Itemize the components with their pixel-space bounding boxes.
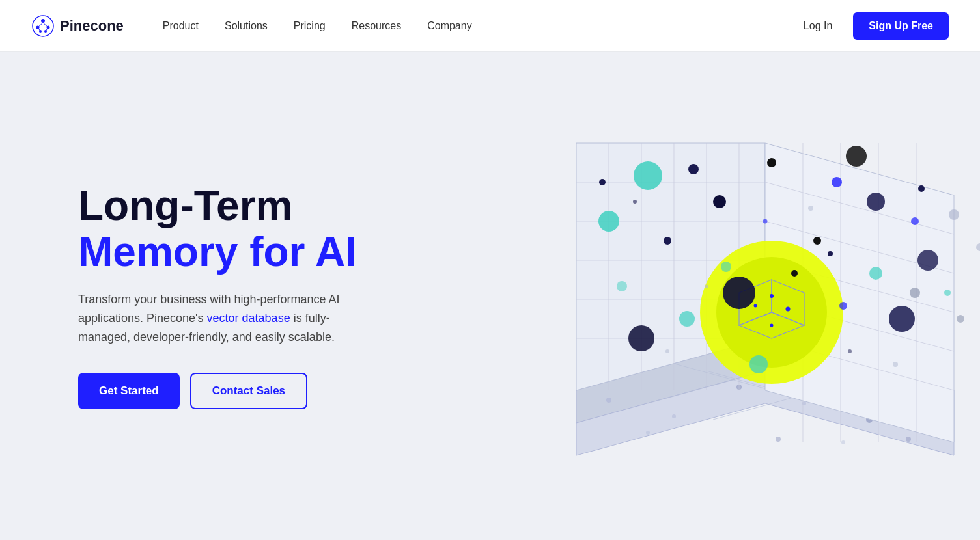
nav-item-resources[interactable]: Resources <box>352 20 401 32</box>
svg-point-69 <box>944 290 951 296</box>
hero-description: Transform your business with high-perfor… <box>78 290 378 346</box>
svg-point-14 <box>606 398 611 403</box>
svg-point-61 <box>832 177 842 187</box>
svg-point-77 <box>665 349 669 353</box>
contact-sales-button[interactable]: Contact Sales <box>190 373 307 409</box>
svg-point-75 <box>763 219 768 224</box>
svg-point-49 <box>598 211 619 232</box>
svg-point-46 <box>754 304 757 308</box>
svg-line-7 <box>43 23 48 27</box>
signup-button[interactable]: Sign Up Free <box>853 12 949 40</box>
svg-point-72 <box>976 243 980 251</box>
svg-point-71 <box>949 209 959 220</box>
svg-point-76 <box>705 285 708 288</box>
svg-point-84 <box>910 288 920 298</box>
nav-links: Product Solutions Pricing Resources Comp… <box>163 20 793 32</box>
svg-point-62 <box>867 193 885 211</box>
svg-point-20 <box>646 431 650 435</box>
svg-point-58 <box>723 277 755 309</box>
svg-point-45 <box>770 294 774 298</box>
svg-point-56 <box>713 195 726 208</box>
svg-point-52 <box>721 262 731 272</box>
svg-point-54 <box>617 281 627 291</box>
svg-point-48 <box>770 324 774 327</box>
login-button[interactable]: Log In <box>793 15 843 37</box>
vector-database-graphic <box>537 91 980 533</box>
hero-title-line1: Long-Term <box>78 183 417 228</box>
nav-item-solutions[interactable]: Solutions <box>225 20 268 32</box>
svg-point-70 <box>918 185 925 192</box>
svg-point-60 <box>599 179 606 185</box>
svg-point-59 <box>688 164 699 174</box>
svg-point-65 <box>869 267 882 280</box>
nav-item-pricing[interactable]: Pricing <box>294 20 326 32</box>
svg-point-80 <box>767 158 776 167</box>
hero-section: Long-Term Memory for AI Transform your b… <box>0 52 980 540</box>
svg-point-50 <box>634 161 662 190</box>
hero-buttons: Get Started Contact Sales <box>78 373 417 409</box>
svg-point-82 <box>813 237 821 245</box>
nav-item-company[interactable]: Company <box>427 20 471 32</box>
get-started-button[interactable]: Get Started <box>78 373 180 409</box>
vector-database-link[interactable]: vector database <box>207 312 290 325</box>
svg-line-6 <box>38 23 43 27</box>
svg-point-67 <box>839 302 847 310</box>
svg-point-78 <box>848 349 852 353</box>
svg-point-85 <box>957 315 964 323</box>
svg-point-21 <box>776 437 781 442</box>
svg-point-79 <box>893 362 898 367</box>
svg-point-55 <box>664 237 671 245</box>
svg-point-74 <box>633 200 637 204</box>
svg-point-81 <box>846 146 867 167</box>
svg-point-1 <box>41 19 45 23</box>
svg-point-64 <box>828 251 833 256</box>
svg-point-66 <box>917 250 938 271</box>
svg-point-15 <box>672 414 676 418</box>
hero-content: Long-Term Memory for AI Transform your b… <box>78 183 417 409</box>
svg-point-63 <box>911 217 919 225</box>
nav-item-product[interactable]: Product <box>163 20 199 32</box>
hero-visualization <box>537 91 980 533</box>
svg-point-53 <box>749 355 768 373</box>
svg-point-83 <box>791 270 798 277</box>
svg-point-73 <box>808 206 813 211</box>
svg-point-0 <box>33 16 53 36</box>
logo-link[interactable]: Pinecone <box>31 14 124 38</box>
svg-point-68 <box>889 306 915 332</box>
svg-point-57 <box>628 325 654 351</box>
svg-point-51 <box>679 311 695 327</box>
nav-actions: Log In Sign Up Free <box>793 12 949 40</box>
hero-title-line2: Memory for AI <box>78 229 417 275</box>
svg-point-47 <box>786 307 791 312</box>
logo-text: Pinecone <box>60 18 124 34</box>
svg-point-22 <box>841 440 845 444</box>
navbar: Pinecone Product Solutions Pricing Resou… <box>0 0 980 52</box>
svg-point-23 <box>906 437 911 442</box>
logo-icon <box>31 14 55 38</box>
